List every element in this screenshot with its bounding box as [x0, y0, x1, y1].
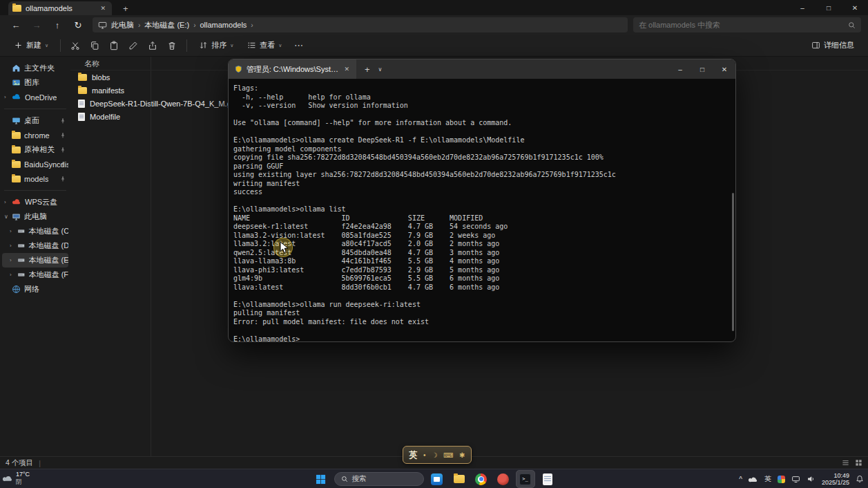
forward-button[interactable]: → [28, 20, 46, 30]
ime-halfmoon-icon[interactable]: ☽ [432, 451, 438, 459]
sort-button[interactable]: 排序 ∨ [193, 37, 239, 54]
rename-button[interactable] [125, 37, 142, 54]
sidebar-item-chrome-folder[interactable]: chrome [2, 128, 68, 142]
sidebar-item-drive-d[interactable]: › 本地磁盘 (D:) [2, 238, 68, 253]
taskbar-clock[interactable]: 10:49 2025/1/25 [822, 472, 849, 486]
taskbar-file-explorer-button[interactable] [450, 471, 468, 487]
ime-settings-icon[interactable]: ✱ [459, 451, 465, 459]
terminal-output[interactable]: Flags: -h, --help help for ollama -v, --… [233, 84, 735, 341]
new-button[interactable]: 新建 ∨ [8, 37, 54, 54]
close-button[interactable]: ✕ [713, 59, 735, 79]
search-input[interactable] [639, 21, 848, 29]
divider [4, 109, 66, 109]
terminal-titlebar[interactable]: 管理员: C:\Windows\System32 ✕ + ∨ – □ ✕ [229, 59, 735, 79]
volume-tray-icon[interactable] [807, 475, 816, 483]
ime-mode-indicator[interactable]: 英 [409, 449, 417, 461]
weather-condition: 阴 [16, 478, 30, 486]
sidebar-item-drive-f[interactable]: › 本地磁盘 (F:) [2, 268, 68, 282]
sidebar-item-this-pc[interactable]: ∨ 此电脑 [2, 209, 68, 224]
sidebar-item-wps-cloud[interactable]: › WPS云盘 [2, 195, 68, 209]
network-tray-icon[interactable] [791, 475, 800, 483]
delete-button[interactable] [164, 37, 180, 54]
terminal-scrollbar[interactable] [732, 193, 734, 331]
taskbar-store-button[interactable] [428, 471, 446, 487]
tray-app-icon[interactable] [778, 476, 785, 483]
large-icons-view-toggle[interactable] [855, 459, 862, 467]
terminal-tab[interactable]: 管理员: C:\Windows\System32 ✕ [229, 59, 356, 79]
chevron-down-icon: ∨ [230, 43, 233, 48]
sidebar-item-genshin-folder[interactable]: 原神相关 [2, 142, 68, 157]
maximize-button[interactable]: □ [691, 59, 713, 79]
chevron-right-icon[interactable]: › [251, 21, 253, 29]
file-name: blobs [92, 73, 110, 82]
folder-icon [78, 74, 87, 81]
cut-button[interactable] [67, 37, 84, 54]
taskbar-search[interactable]: 搜索 [334, 472, 424, 486]
new-tab-button[interactable]: + [119, 3, 133, 14]
taskbar-browser-button[interactable] [494, 471, 512, 487]
tray-overflow-chevron[interactable]: ^ [739, 476, 742, 483]
view-toggles [842, 459, 862, 467]
sidebar-item-gallery[interactable]: 图库 [2, 75, 68, 90]
notepad-icon [543, 473, 552, 485]
taskbar-terminal-button[interactable]: >_ [517, 471, 534, 487]
sidebar-item-onedrive[interactable]: › OneDrive [2, 90, 68, 104]
paste-button[interactable] [106, 37, 122, 54]
taskbar-chrome-button[interactable] [472, 471, 490, 487]
minimize-button[interactable]: – [789, 0, 816, 15]
sidebar-item-models[interactable]: models [2, 171, 68, 186]
chevron-right-icon[interactable]: › [193, 21, 195, 29]
minimize-button[interactable]: – [669, 59, 691, 79]
sidebar-item-home[interactable]: 主文件夹 [2, 61, 68, 75]
chevron-right-icon[interactable]: › [10, 272, 15, 278]
ime-punctuation-icon[interactable]: • [423, 451, 426, 459]
breadcrumb-item-this-pc[interactable]: 此电脑 [111, 20, 134, 30]
explorer-search-box[interactable] [633, 17, 861, 32]
refresh-button[interactable]: ↻ [69, 20, 87, 30]
sort-icon [199, 41, 208, 50]
chevron-right-icon[interactable]: › [4, 199, 10, 205]
chevron-down-icon[interactable]: ∨ [4, 214, 10, 220]
view-icon [247, 41, 256, 50]
start-button[interactable] [312, 471, 330, 487]
up-button[interactable]: ↑ [48, 20, 66, 30]
status-divider: | [39, 459, 41, 467]
close-button[interactable]: ✕ [842, 0, 868, 15]
maximize-button[interactable]: □ [816, 0, 842, 15]
weather-widget[interactable]: 17°C 阴 [3, 471, 30, 486]
ime-toolbar[interactable]: 英 • ☽ ⌨ ✱ [403, 446, 472, 464]
copy-button[interactable] [86, 37, 103, 54]
browser-icon [497, 473, 509, 485]
breadcrumb-item-drive-e[interactable]: 本地磁盘 (E:) [144, 20, 189, 30]
sidebar-item-desktop[interactable]: 桌面 [2, 113, 68, 128]
ime-language-indicator[interactable]: 英 [764, 474, 771, 484]
sidebar-item-network[interactable]: 网络 [2, 282, 68, 297]
breadcrumb-item-folder[interactable]: ollamamodels [200, 21, 247, 29]
sidebar-item-drive-e[interactable]: › 本地磁盘 (E:) [2, 253, 68, 268]
chevron-right-icon[interactable]: › [138, 21, 140, 29]
chevron-right-icon[interactable]: › [4, 94, 10, 100]
chevron-right-icon[interactable]: › [10, 243, 15, 249]
notification-bell-icon[interactable] [856, 475, 864, 483]
clock-time: 10:49 [833, 472, 849, 479]
share-button[interactable] [144, 37, 161, 54]
terminal-tab-dropdown[interactable]: ∨ [378, 66, 383, 73]
explorer-tab[interactable]: ollamamodels ✕ [8, 1, 112, 15]
chevron-right-icon[interactable]: › [10, 257, 15, 263]
back-button[interactable]: ← [7, 20, 25, 30]
terminal-new-tab-button[interactable]: + [365, 64, 370, 75]
sidebar-item-baidusyncdisk[interactable]: BaiduSyncdisk [2, 157, 68, 171]
onedrive-tray-icon[interactable] [749, 476, 758, 483]
folder-icon [78, 87, 87, 94]
more-button[interactable]: ⋯ [290, 37, 307, 54]
view-button[interactable]: 查看 ∨ [242, 37, 287, 54]
taskbar-notepad-button[interactable] [539, 471, 557, 487]
weather-temp: 17°C [16, 471, 30, 478]
chevron-right-icon[interactable]: › [10, 228, 15, 234]
details-view-toggle[interactable] [842, 459, 849, 467]
tab-close-icon[interactable]: ✕ [98, 5, 108, 12]
sidebar-item-drive-c[interactable]: › 本地磁盘 (C:) [2, 224, 68, 238]
ime-keyboard-icon[interactable]: ⌨ [443, 451, 453, 459]
tab-close-icon[interactable]: ✕ [343, 66, 351, 73]
details-pane-button[interactable]: 详细信息 [806, 37, 860, 54]
